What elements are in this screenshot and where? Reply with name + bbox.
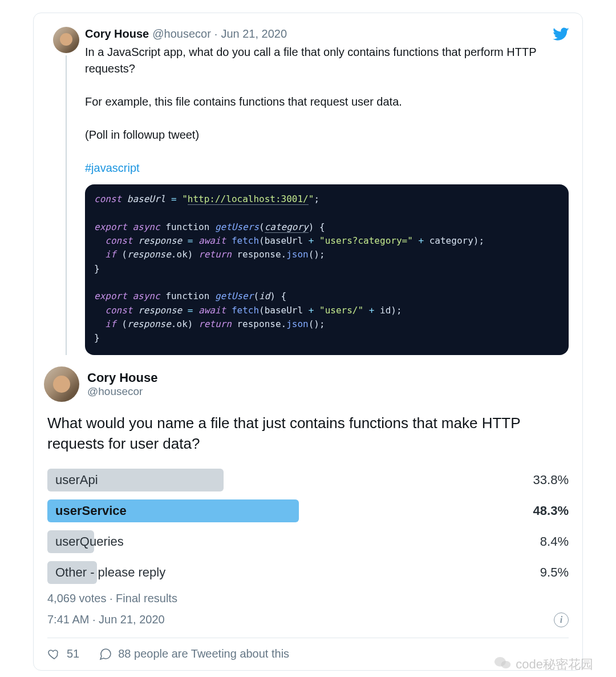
poll-option-percent: 48.3%: [533, 503, 569, 518]
poll-option[interactable]: userApi33.8%: [47, 469, 569, 491]
reply-prompt-action[interactable]: 88 people are Tweeting about this: [99, 647, 289, 661]
twitter-logo-icon[interactable]: [553, 26, 570, 45]
poll-option[interactable]: userService48.3%: [47, 499, 569, 522]
main-tweet: Cory House @housecor What would you name…: [47, 366, 569, 670]
poll: userApi33.8%userService48.3%userQueries8…: [47, 469, 569, 584]
poll-meta: 4,069 votes · Final results: [47, 592, 569, 605]
poll-option-label: userService: [47, 503, 127, 518]
reply-icon: [99, 647, 112, 661]
info-icon[interactable]: i: [554, 612, 569, 627]
author-handle[interactable]: @housecor: [87, 385, 157, 398]
author-name[interactable]: Cory House: [85, 27, 149, 41]
author-name[interactable]: Cory House: [87, 370, 157, 385]
parent-tweet: Cory House @housecor · Jun 21, 2020 In a…: [47, 27, 569, 355]
separator-dot: ·: [214, 27, 218, 41]
tweet-timestamp[interactable]: 7:41 AM · Jun 21, 2020: [47, 613, 569, 626]
reply-prompt-text: 88 people are Tweeting about this: [118, 647, 289, 660]
poll-option-label: userQueries: [47, 534, 124, 549]
separator-dot: ·: [110, 592, 116, 605]
poll-option[interactable]: Other - please reply9.5%: [47, 561, 569, 584]
poll-option[interactable]: userQueries8.4%: [47, 530, 569, 553]
tweet-date[interactable]: Jun 21, 2020: [221, 27, 287, 41]
poll-option-percent: 9.5%: [540, 565, 569, 580]
code-image[interactable]: const baseUrl = "http://localhost:3001/"…: [85, 184, 569, 355]
heart-icon: [47, 647, 61, 661]
tweet-actions: 51 88 people are Tweeting about this: [47, 638, 569, 661]
avatar[interactable]: [44, 366, 79, 402]
poll-option-label: Other - please reply: [47, 565, 165, 580]
hashtag-link[interactable]: #javascript: [85, 162, 140, 174]
poll-option-percent: 8.4%: [540, 534, 569, 549]
poll-option-label: userApi: [47, 473, 98, 487]
parent-tweet-header[interactable]: Cory House @housecor · Jun 21, 2020: [85, 27, 569, 41]
poll-option-percent: 33.8%: [533, 473, 569, 487]
tweet-card: Cory House @housecor · Jun 21, 2020 In a…: [33, 13, 583, 671]
poll-votes: 4,069 votes: [47, 592, 106, 605]
avatar[interactable]: [53, 27, 79, 53]
main-tweet-text: What would you name a file that just con…: [47, 413, 569, 453]
author-handle[interactable]: @housecor: [152, 27, 211, 41]
parent-tweet-text: In a JavaScript app, what do you call a …: [85, 44, 569, 176]
like-action[interactable]: 51: [47, 647, 79, 661]
poll-status: Final results: [116, 592, 177, 605]
like-count: 51: [67, 647, 79, 660]
thread-connector: [66, 55, 67, 355]
